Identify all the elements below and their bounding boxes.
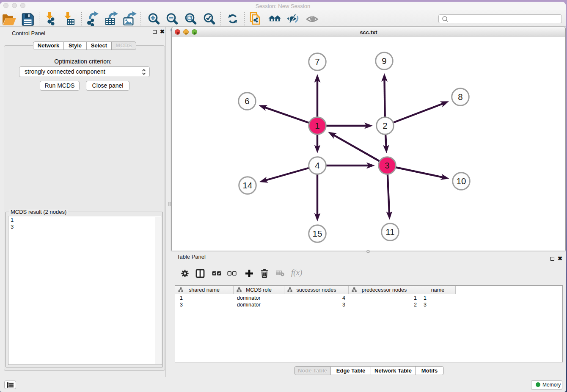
svg-text:1: 1 [315,121,319,130]
svg-text:15: 15 [313,229,322,238]
svg-text:3: 3 [385,160,389,170]
svg-text:10: 10 [457,176,466,186]
svg-text:2: 2 [383,121,387,130]
svg-text:8: 8 [458,92,462,102]
svg-text:11: 11 [385,227,394,237]
svg-text:9: 9 [382,56,386,66]
svg-text:14: 14 [243,180,253,190]
svg-text:4: 4 [315,160,319,170]
svg-text:6: 6 [245,96,249,106]
svg-text:7: 7 [315,57,319,66]
